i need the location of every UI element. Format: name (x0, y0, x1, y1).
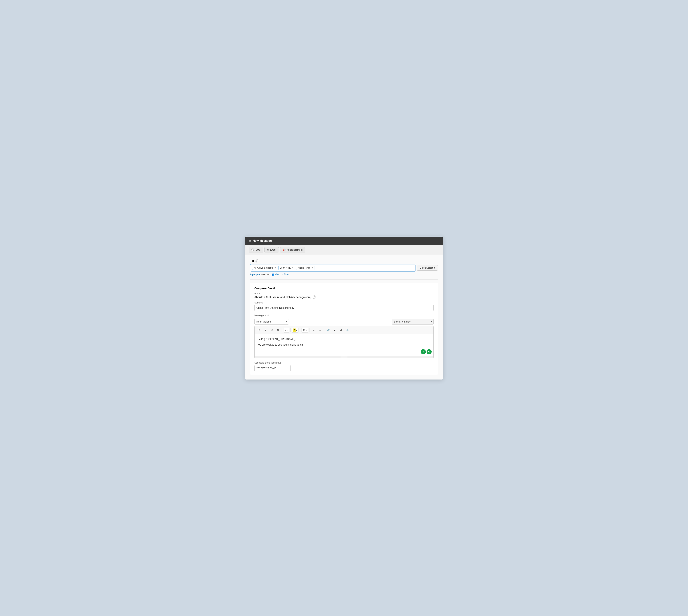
new-message-modal: ✉ New Message 💬 SMS ✉ Email 📢 Announceme… (245, 237, 443, 379)
video-icon: ▶ (334, 329, 336, 331)
image-icon: 🖼 (340, 329, 342, 331)
people-selected-text: selected (261, 273, 270, 276)
message-label-row: Message: ? (254, 314, 269, 317)
font-size-chevron: ▾ (306, 329, 307, 331)
schedule-input[interactable] (254, 365, 291, 371)
grammarly-icon-2[interactable]: G (426, 349, 431, 354)
number-list-button[interactable]: ≡ (317, 328, 323, 333)
grammarly-icon-1[interactable]: ↑ (421, 349, 426, 354)
attachment-icon: 📎 (346, 329, 349, 331)
editor-toolbar: B I U S ≡ ▾ (254, 326, 434, 334)
tab-bar: 💬 SMS ✉ Email 📢 Announcement (245, 245, 443, 255)
modal-body: To: ? All Active Students × John Kelly ×… (245, 255, 443, 379)
from-help-icon[interactable]: ? (313, 295, 316, 299)
font-color-dropdown[interactable]: A ▾ (292, 328, 298, 333)
tab-sms[interactable]: 💬 SMS (249, 247, 263, 252)
message-top-row: Message: ? (254, 314, 434, 317)
link-button[interactable]: 🔗 (326, 328, 331, 333)
font-color-chevron: ▾ (296, 329, 297, 331)
insert-variable-wrapper: Insert Variable (254, 319, 289, 325)
align-dropdown[interactable]: ≡ ▾ (284, 328, 289, 333)
remove-john-kelly-icon[interactable]: × (292, 267, 293, 269)
view-people-link[interactable]: 👥 View (271, 273, 280, 276)
to-text: To: (250, 259, 254, 262)
editor-line-1: Hello {RECIPIENT_FIRSTNAME}, (258, 337, 430, 341)
subject-section: Subject: (254, 301, 434, 311)
link-icon: 🔗 (327, 329, 330, 331)
tab-announcement[interactable]: 📢 Announcement (280, 247, 305, 252)
font-color-icon: A (293, 329, 296, 332)
editor-content[interactable]: Hello {RECIPIENT_FIRSTNAME}, We are exci… (254, 334, 434, 356)
toolbar-sep-5 (324, 328, 325, 332)
tab-email[interactable]: ✉ Email (264, 247, 279, 252)
image-button[interactable]: 🖼 (338, 328, 343, 333)
filter-check-icon: ✓ (282, 273, 283, 276)
align-chevron: ▾ (287, 329, 288, 331)
people-icon: 👥 (271, 273, 274, 276)
number-list-icon: ≡ (319, 329, 321, 332)
resize-handle-bar (340, 357, 348, 357)
editor-container: B I U S ≡ ▾ (254, 326, 434, 358)
bullet-list-button[interactable]: ≡ (311, 328, 317, 333)
video-button[interactable]: ▶ (332, 328, 337, 333)
editor-line-2: We are excited to see you in class again… (258, 343, 430, 347)
tag-nicola-ryan: Nicola Ryan × (296, 266, 314, 270)
modal-title: New Message (253, 239, 272, 242)
compose-section: Compose Email: From: Abdullah Al-Hussein… (250, 283, 438, 375)
quick-select-button[interactable]: Quick Select ▾ (417, 265, 438, 271)
filter-link[interactable]: ✓ Filter (282, 273, 289, 276)
from-label: From: (254, 292, 434, 295)
toolbar-sep-2 (290, 328, 291, 332)
from-section: From: Abdullah Al-Hussein (abdullah@teac… (254, 292, 434, 299)
schedule-label: Schedule Send (optional): (254, 361, 434, 364)
italic-button[interactable]: I (263, 328, 268, 333)
align-icon: ≡ (285, 329, 286, 331)
compose-title: Compose Email: (254, 287, 434, 290)
bold-button[interactable]: B (257, 328, 262, 333)
email-icon: ✉ (267, 248, 269, 251)
toolbar-sep-3 (300, 328, 300, 332)
quick-select-chevron-icon: ▾ (434, 266, 435, 269)
remove-nicola-ryan-icon[interactable]: × (312, 267, 313, 269)
attachment-button[interactable]: 📎 (345, 328, 350, 333)
editor-resize-handle[interactable] (254, 356, 434, 358)
grammarly-icons: ↑ G (421, 349, 431, 354)
people-selected-row: 9 people selected 👥 View ✓ Filter (250, 273, 438, 276)
message-help-icon[interactable]: ? (265, 314, 269, 317)
subject-input[interactable] (254, 305, 434, 311)
font-size-dropdown[interactable]: 13 ▾ (302, 328, 308, 333)
to-label-row: To: ? (250, 259, 438, 262)
modal-header: ✉ New Message (245, 237, 443, 245)
template-select-wrapper: Select Template (392, 319, 434, 325)
insert-variable-select[interactable]: Insert Variable (254, 319, 289, 325)
envelope-icon: ✉ (249, 239, 251, 242)
to-help-icon[interactable]: ? (255, 259, 258, 262)
underline-button[interactable]: U (269, 328, 274, 333)
from-value: Abdullah Al-Hussein (abdullah@teachngo.c… (254, 295, 434, 299)
recipients-row: All Active Students × John Kelly × Nicol… (250, 264, 438, 271)
recipients-input-area[interactable]: All Active Students × John Kelly × Nicol… (250, 264, 416, 271)
editor-controls-row: Insert Variable Select Template (254, 319, 434, 325)
schedule-section: Schedule Send (optional): (254, 361, 434, 371)
template-select[interactable]: Select Template (392, 319, 434, 325)
announcement-icon: 📢 (283, 248, 286, 251)
to-section: To: ? All Active Students × John Kelly ×… (250, 259, 438, 280)
tag-all-active-students: All Active Students × (252, 266, 278, 270)
strikethrough-button[interactable]: S (275, 328, 281, 333)
bullet-list-icon: ≡ (313, 329, 315, 331)
tag-john-kelly: John Kelly × (279, 266, 295, 270)
sms-icon: 💬 (251, 248, 254, 251)
font-size-value: 13 (303, 329, 305, 331)
remove-all-active-icon[interactable]: × (274, 267, 276, 269)
subject-label: Subject: (254, 301, 434, 304)
message-section: Message: ? Insert Variable Select Templa… (254, 314, 434, 358)
people-count: 9 people (250, 273, 260, 276)
